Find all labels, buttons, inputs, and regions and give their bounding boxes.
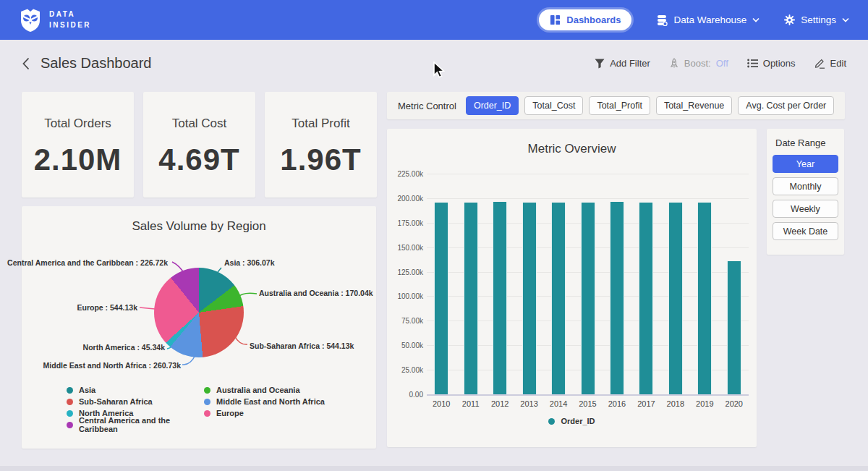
pie-label-australia-and-oceania: Australia and Oceania : 170.04k xyxy=(259,289,373,297)
legend-item-central-america-and-the-caribbean[interactable]: Central America and the Caribbean xyxy=(67,419,204,430)
data-warehouse-label: Data Warehouse xyxy=(673,14,746,25)
x-axis-tick: 2017 xyxy=(631,399,660,408)
legend-label: Central America and the Caribbean xyxy=(79,416,204,433)
legend-dot xyxy=(204,399,210,405)
pie-label-central-america-and-the-caribbean: Central America and the Caribbean : 226.… xyxy=(7,258,168,267)
edit-label: Edit xyxy=(830,58,846,69)
x-axis-tick: 2020 xyxy=(720,399,749,408)
options-button[interactable]: Options xyxy=(747,58,796,69)
dashboard-grid-icon xyxy=(550,14,561,25)
back-chevron-icon xyxy=(22,57,30,70)
x-axis-tick: 2010 xyxy=(427,399,456,408)
pie-label-north-america: North America : 45.34k xyxy=(83,343,165,352)
gridline xyxy=(427,174,749,174)
date-range-option-week-date[interactable]: Week Date xyxy=(773,222,838,240)
x-axis-tick: 2018 xyxy=(661,399,690,408)
x-axis-tick: 2012 xyxy=(485,399,514,408)
bar-2014 xyxy=(551,203,566,394)
dashboards-button[interactable]: Dashboards xyxy=(539,9,631,30)
settings-menu[interactable]: Settings xyxy=(784,14,849,25)
legend-dot xyxy=(204,410,210,417)
legend-label: Order_ID xyxy=(561,417,595,425)
brand-line1: DATA xyxy=(49,9,91,20)
date-range-option-weekly[interactable]: Weekly xyxy=(773,200,838,218)
bar-2015 xyxy=(581,203,595,394)
list-options-icon xyxy=(747,59,758,68)
date-range-option-monthly[interactable]: Monthly xyxy=(773,177,838,195)
date-range-option-year[interactable]: Year xyxy=(773,155,838,173)
add-filter-label: Add Filter xyxy=(610,58,650,69)
metric-option-total-cost[interactable]: Total_Cost xyxy=(524,96,583,115)
y-axis-tick: 75.00k xyxy=(373,317,423,325)
legend-item-middle-east-and-north-africa[interactable]: Middle East and North Africa xyxy=(204,396,325,407)
rocket-icon xyxy=(669,58,679,69)
pie-chart xyxy=(154,268,244,357)
metric-option-avg-cost-per-order[interactable]: Avg. Cost per Order xyxy=(738,96,834,115)
y-axis-tick: 100.00k xyxy=(373,292,423,300)
y-axis-tick: 125.00k xyxy=(373,268,423,276)
legend-item-sub-saharan-africa[interactable]: Sub-Saharan Africa xyxy=(67,396,204,407)
pie-label-sub-saharan-africa: Sub-Saharan Africa : 544.13k xyxy=(250,341,354,350)
metric-option-order-id[interactable]: Order_ID xyxy=(466,96,519,115)
chevron-down-icon xyxy=(842,17,849,22)
bar-chart-card: Metric Overview 225.00k200.00k175.00k150… xyxy=(387,129,757,447)
footer-strip xyxy=(0,466,868,471)
y-axis-tick: 150.00k xyxy=(373,244,423,252)
brand[interactable]: DATA INSIDER xyxy=(19,8,91,33)
add-filter-button[interactable]: Add Filter xyxy=(595,58,650,69)
bar-chart-legend: Order_ID xyxy=(387,417,757,425)
x-axis-tick: 2013 xyxy=(514,399,543,408)
legend-item-australia-and-oceania[interactable]: Australia and Oceania xyxy=(204,384,325,396)
pie-label-asia: Asia : 306.07k xyxy=(224,258,274,267)
y-axis-tick: 25.00k xyxy=(373,366,423,374)
y-axis-tick: 0.00 xyxy=(373,391,423,399)
x-axis-tick: 2019 xyxy=(690,399,719,408)
pie-legend: AsiaSub-Saharan AfricaNorth AmericaCentr… xyxy=(67,384,325,430)
metric-control-buttons: Order_IDTotal_CostTotal_ProfitTotal_Reve… xyxy=(466,96,840,115)
kpi-value: 4.69T xyxy=(143,143,255,177)
legend-item-asia[interactable]: Asia xyxy=(67,384,204,396)
bar-2017 xyxy=(639,203,653,394)
legend-label: Sub-Saharan Africa xyxy=(79,397,153,406)
header-actions: Add Filter Boost: Off Options xyxy=(595,58,846,69)
pie-label-middle-east-and-north-africa: Middle East and North Africa : 260.73k xyxy=(43,361,181,370)
bar-2016 xyxy=(610,202,624,394)
date-range-buttons: YearMonthlyWeeklyWeek Date xyxy=(773,155,838,240)
data-warehouse-menu[interactable]: Data Warehouse xyxy=(656,14,760,26)
back-button[interactable] xyxy=(22,57,30,70)
bar-2011 xyxy=(464,203,478,394)
legend-label: Australia and Oceania xyxy=(216,386,300,394)
bar-2020 xyxy=(727,261,741,394)
bar-2018 xyxy=(668,203,683,394)
gridline xyxy=(427,198,749,199)
x-axis-tick: 2015 xyxy=(573,399,602,408)
kpi-label: Total Cost xyxy=(143,116,255,131)
legend-label: Middle East and North Africa xyxy=(216,397,325,406)
bar-2012 xyxy=(493,202,507,394)
boost-toggle[interactable]: Boost: Off xyxy=(669,58,728,69)
metric-option-total-profit[interactable]: Total_Profit xyxy=(589,96,650,115)
y-axis-tick: 175.00k xyxy=(373,219,423,227)
legend-item-europe[interactable]: Europe xyxy=(204,407,325,419)
pie-chart-area: Asia : 306.07kAustralia and Oceania : 17… xyxy=(22,206,376,449)
gridline xyxy=(427,394,749,396)
kpi-card-total-cost: Total Cost 4.69T xyxy=(143,92,255,198)
pie-chart-card: Sales Volume by Region Asia : 306.07kAus… xyxy=(22,206,376,449)
pencil-icon xyxy=(814,58,825,69)
kpi-label: Total Profit xyxy=(265,116,377,131)
legend-dot xyxy=(67,422,73,428)
bar-chart-plot: 225.00k200.00k175.00k150.00k125.00k100.0… xyxy=(427,174,749,394)
legend-dot xyxy=(548,418,555,425)
metric-option-total-revenue[interactable]: Total_Revenue xyxy=(656,96,732,115)
bar-2013 xyxy=(522,203,537,394)
x-axis-tick: 2014 xyxy=(544,399,573,408)
x-axis-tick: 2016 xyxy=(603,399,631,408)
metric-control-label: Metric Control xyxy=(398,101,456,111)
bar-2019 xyxy=(697,203,712,394)
kpi-label: Total Orders xyxy=(22,116,134,131)
y-axis-tick: 225.00k xyxy=(373,170,423,178)
brand-text: DATA INSIDER xyxy=(49,9,91,30)
edit-button[interactable]: Edit xyxy=(814,58,846,69)
settings-label: Settings xyxy=(801,14,836,25)
kpi-card-total-profit: Total Profit 1.96T xyxy=(265,92,377,198)
